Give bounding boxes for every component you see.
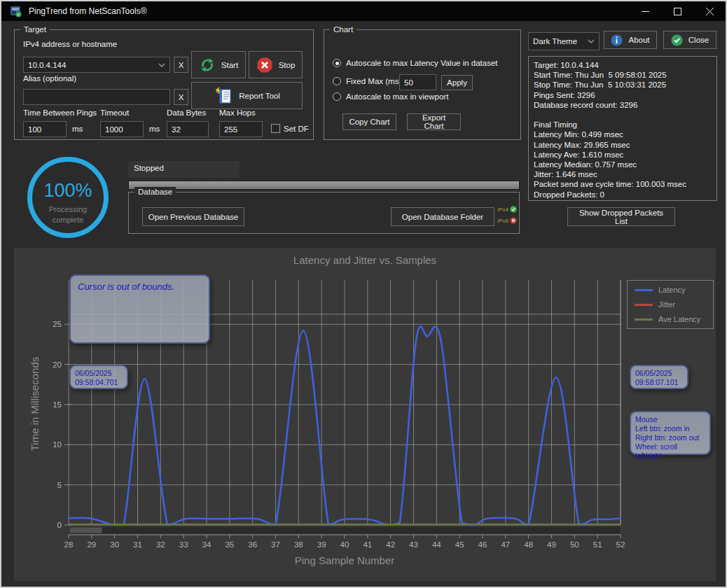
progress-bar-fill [129, 181, 519, 189]
timestamp-left-tooltip: 06/05/2025 09:58:04.701 [69, 365, 128, 389]
clear-ipv4-button[interactable]: X [174, 57, 188, 73]
processing-label-1: Processing [32, 205, 104, 214]
chart-legend: Latency Jitter Ave Latency [627, 280, 714, 329]
session-info-panel: Target: 10.0.4.144Start Time: Thu Jun 5 … [528, 56, 717, 201]
legend-item-ave-latency: Ave Latency [635, 315, 706, 323]
latency-line-swatch [635, 289, 653, 291]
svg-text:38: 38 [294, 540, 303, 549]
info-line: Stop Time: Thu Jun 5 10:03:31 2025 [534, 80, 712, 90]
theme-select[interactable]: Dark Theme [528, 32, 600, 50]
svg-text:52: 52 [616, 540, 625, 549]
info-line [534, 110, 712, 120]
svg-text:36: 36 [248, 540, 257, 549]
svg-text:45: 45 [455, 540, 464, 549]
progress-ring: 100% Processing complete [27, 157, 109, 238]
app-window: PingTrend from NetScanTools® Target IPv4… [0, 0, 727, 588]
svg-text:34: 34 [202, 540, 212, 549]
svg-text:5: 5 [57, 481, 62, 489]
show-dropped-packets-button[interactable]: Show Dropped Packets List [567, 207, 675, 226]
fixed-max-input[interactable] [399, 74, 436, 90]
maximize-icon[interactable] [661, 1, 693, 21]
maxhops-label: Max Hops [219, 108, 256, 117]
mouse-help-tooltip: Mouse Left btn: zoom in Right btn: zoom … [630, 411, 711, 455]
tbp-input[interactable] [23, 121, 67, 137]
ipv4-badge-label: IPv4 [497, 206, 508, 213]
svg-text:20: 20 [53, 360, 62, 369]
info-line: Pings Sent: 3296 [534, 90, 712, 100]
svg-text:49: 49 [547, 540, 556, 549]
alias-input[interactable] [23, 89, 170, 105]
svg-text:35: 35 [225, 540, 234, 549]
copy-chart-button[interactable]: Copy Chart [342, 113, 396, 130]
svg-text:37: 37 [271, 540, 280, 549]
cursor-tooltip: Cursor is out of bounds. [69, 274, 210, 344]
ave-latency-line-swatch [635, 318, 653, 321]
svg-text:28: 28 [64, 540, 74, 549]
progress-bar [128, 181, 520, 190]
ipv4-value: 10.0.4.144 [28, 61, 158, 69]
info-line: Database record count: 3296 [534, 100, 712, 110]
svg-text:0: 0 [57, 521, 62, 529]
info-line: Latency Max: 29.965 msec [534, 140, 712, 150]
window-close-icon[interactable] [693, 1, 726, 21]
report-notepad-icon [214, 86, 233, 106]
svg-text:50: 50 [570, 540, 579, 549]
radio-fixed-max[interactable]: Fixed Max (ms) [333, 77, 401, 85]
svg-text:48: 48 [524, 540, 533, 549]
close-button[interactable]: Close [663, 31, 716, 49]
svg-text:10: 10 [53, 440, 62, 449]
main-content: Target IPv4 address or hostname 10.0.4.1… [1, 21, 726, 587]
x-axis-title: Ping Sample Number [14, 554, 675, 566]
ipv4-status: IPv4 [497, 206, 517, 213]
clear-alias-button[interactable]: X [174, 89, 188, 105]
open-database-folder-button[interactable]: Open Database Folder [391, 207, 494, 226]
alias-label: Alias (optional) [23, 74, 76, 83]
start-button[interactable]: Start [191, 51, 246, 78]
about-button[interactable]: About [604, 31, 657, 49]
radio-autoscale-dataset[interactable]: Autoscale to max Latency Value in datase… [333, 59, 498, 67]
close-label: Close [688, 36, 709, 44]
setdf-checkbox[interactable] [271, 124, 280, 133]
export-chart-button[interactable]: Export Chart [407, 113, 461, 130]
start-sync-icon [199, 57, 216, 74]
databytes-label: Data Bytes [167, 108, 206, 117]
info-line: Latency Ave: 1.610 msec [534, 150, 712, 160]
chart-panel[interactable]: Latency and Jitter vs. Samples Time in M… [14, 248, 716, 581]
radio-autoscale-viewport[interactable]: Autoscale to max in viewport [333, 92, 448, 101]
ipv4-label: IPv4 address or hostname [23, 40, 117, 48]
progress-percent: 100% [32, 180, 104, 202]
svg-text:41: 41 [363, 540, 372, 549]
timeout-label: Timeout [100, 108, 129, 117]
svg-text:44: 44 [432, 540, 441, 549]
svg-text:31: 31 [133, 540, 142, 549]
timestamp-right-tooltip: 06/05/2025 09:58:07.101 [630, 365, 688, 389]
svg-text:15: 15 [53, 400, 62, 409]
apply-button[interactable]: Apply [441, 75, 473, 90]
setdf-label: Set DF [284, 125, 309, 133]
tbp-label: Time Between Pings [23, 108, 97, 117]
report-tool-button[interactable]: Report Tool [191, 82, 303, 109]
window-title: PingTrend from NetScanTools® [29, 6, 146, 16]
about-label: About [628, 36, 649, 44]
check-circle-icon [671, 34, 683, 46]
ipv4-combobox[interactable]: 10.0.4.144 [23, 57, 170, 73]
info-line: Target: 10.0.4.144 [534, 60, 712, 70]
svg-text:51: 51 [593, 540, 602, 549]
svg-text:46: 46 [478, 540, 487, 549]
databytes-input[interactable] [167, 121, 209, 137]
tbp-ms-label: ms [72, 125, 83, 133]
svg-text:30: 30 [110, 540, 119, 549]
maxhops-input[interactable] [219, 121, 263, 137]
info-line: Latency Median: 0.757 msec [534, 160, 712, 169]
open-previous-database-button[interactable]: Open Previous Database [142, 207, 244, 226]
radio-icon-selected [333, 59, 341, 67]
status-text: Stopped [128, 161, 240, 178]
radio-icon [333, 92, 341, 101]
report-tool-label: Report Tool [239, 92, 280, 100]
timeout-input[interactable] [100, 121, 144, 137]
minimize-icon[interactable] [629, 1, 661, 21]
info-circle-icon [611, 34, 623, 46]
stop-button[interactable]: Stop [249, 51, 303, 78]
legend-item-jitter: Jitter [635, 300, 706, 309]
theme-value: Dark Theme [533, 37, 588, 46]
